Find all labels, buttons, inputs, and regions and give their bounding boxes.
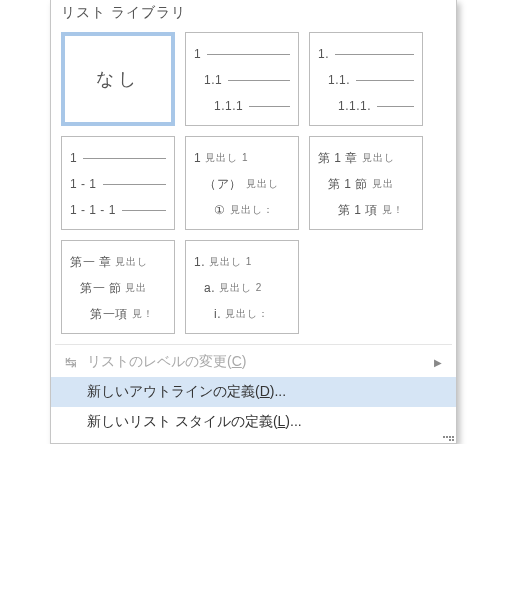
tile-heading-sub: 見出: [125, 275, 147, 301]
tile-rule: [335, 54, 414, 55]
tile-heading-line: 第一 節見出: [70, 275, 166, 301]
list-style-tile[interactable]: 1.1.1.1.1.1.: [309, 32, 423, 126]
menu: ↹ リストのレベルの変更(C) ▶ 新しいアウトラインの定義(D)... 新しい…: [51, 345, 456, 443]
tile-none-label: なし: [96, 67, 140, 91]
tile-heading-label: 第一 節: [80, 275, 121, 301]
tile-heading-line: 第 1 章見出し: [318, 145, 414, 171]
tile-level-line: 1.1.1.: [318, 93, 414, 119]
tile-heading-sub: 見出し 2: [219, 275, 262, 301]
tile-heading-sub: 見出し 1: [205, 145, 248, 171]
tile-level-label: 1.1.1: [214, 93, 243, 119]
tile-rule: [122, 210, 166, 211]
tile-heading-sub: 見出し 1: [209, 249, 252, 275]
tile-level-label: 1.1: [204, 67, 222, 93]
tile-level-label: 1.: [318, 41, 329, 67]
tile-heading-label: 第 1 節: [328, 171, 368, 197]
list-style-tile[interactable]: 第一 章見出し第一 節見出第一項見！: [61, 240, 175, 334]
tile-heading-sub: 見出し: [246, 171, 279, 197]
tile-rule: [356, 80, 414, 81]
tile-level-line: 1.1.: [318, 67, 414, 93]
tile-level-line: 1.: [318, 41, 414, 67]
tile-heading-label: i.: [214, 301, 221, 327]
list-style-tile[interactable]: なし: [61, 32, 175, 126]
tile-level-label: 1: [70, 145, 77, 171]
tile-level-line: 1 - 1 - 1: [70, 197, 166, 223]
multilevel-list-dropdown: リスト ライブラリ なし11.11.1.11.1.1.1.1.1.11 - 11…: [50, 0, 457, 444]
list-style-tile[interactable]: 11 - 11 - 1 - 1: [61, 136, 175, 230]
tile-heading-sub: 見！: [382, 197, 404, 223]
tile-heading-label: 第 1 項: [338, 197, 378, 223]
tile-heading-line: 第 1 節見出: [318, 171, 414, 197]
tile-heading-label: 第一 章: [70, 249, 111, 275]
menu-label: 新しいリスト スタイルの定義(L)...: [81, 413, 442, 431]
tile-rule: [228, 80, 290, 81]
menu-label: リストのレベルの変更(C): [81, 353, 434, 371]
tile-heading-line: （ア）見出し: [194, 171, 290, 197]
tile-rule: [207, 54, 290, 55]
submenu-arrow-icon: ▶: [434, 357, 442, 368]
tile-heading-line: 1.見出し 1: [194, 249, 290, 275]
tile-level-label: 1.1.: [328, 67, 350, 93]
tile-heading-line: i.見出し：: [194, 301, 290, 327]
tile-level-line: 1: [194, 41, 290, 67]
tile-heading-line: 第一 章見出し: [70, 249, 166, 275]
tile-heading-label: ①: [214, 197, 226, 223]
tile-level-line: 1 - 1: [70, 171, 166, 197]
tile-heading-sub: 見出し：: [230, 197, 274, 223]
tile-heading-sub: 見出し: [115, 249, 148, 275]
tile-heading-label: 1.: [194, 249, 205, 275]
tile-heading-label: 第 1 章: [318, 145, 358, 171]
tile-heading-line: a.見出し 2: [194, 275, 290, 301]
indent-icon: ↹: [61, 354, 81, 370]
tile-heading-line: 第一項見！: [70, 301, 166, 327]
tile-heading-label: 1: [194, 145, 201, 171]
menu-define-new-outline[interactable]: 新しいアウトラインの定義(D)...: [51, 377, 456, 407]
menu-define-new-list-style[interactable]: 新しいリスト スタイルの定義(L)...: [51, 407, 456, 437]
tile-level-label: 1 - 1: [70, 171, 97, 197]
tile-heading-sub: 見！: [132, 301, 154, 327]
tile-heading-line: 第 1 項見！: [318, 197, 414, 223]
list-style-grid: なし11.11.1.11.1.1.1.1.1.11 - 11 - 1 - 11見…: [51, 28, 456, 344]
list-style-tile[interactable]: 1見出し 1（ア）見出し①見出し：: [185, 136, 299, 230]
section-header: リスト ライブラリ: [51, 0, 456, 28]
list-style-tile[interactable]: 1.見出し 1a.見出し 2i.見出し：: [185, 240, 299, 334]
tile-heading-line: ①見出し：: [194, 197, 290, 223]
tile-level-line: 1: [70, 145, 166, 171]
menu-label: 新しいアウトラインの定義(D)...: [81, 383, 442, 401]
list-style-tile[interactable]: 11.11.1.1: [185, 32, 299, 126]
tile-rule: [249, 106, 290, 107]
tile-rule: [377, 106, 414, 107]
list-style-tile[interactable]: 第 1 章見出し第 1 節見出第 1 項見！: [309, 136, 423, 230]
menu-change-list-level: ↹ リストのレベルの変更(C) ▶: [51, 347, 456, 377]
tile-heading-sub: 見出: [372, 171, 394, 197]
resize-grip-icon[interactable]: [442, 430, 454, 442]
tile-heading-sub: 見出し：: [225, 301, 269, 327]
tile-level-label: 1 - 1 - 1: [70, 197, 116, 223]
tile-level-label: 1.1.1.: [338, 93, 371, 119]
tile-heading-label: （ア）: [204, 171, 242, 197]
tile-level-label: 1: [194, 41, 201, 67]
tile-heading-label: a.: [204, 275, 215, 301]
tile-heading-line: 1見出し 1: [194, 145, 290, 171]
tile-level-line: 1.1: [194, 67, 290, 93]
tile-level-line: 1.1.1: [194, 93, 290, 119]
tile-heading-sub: 見出し: [362, 145, 395, 171]
tile-heading-label: 第一項: [90, 301, 128, 327]
tile-rule: [83, 158, 166, 159]
tile-rule: [103, 184, 166, 185]
